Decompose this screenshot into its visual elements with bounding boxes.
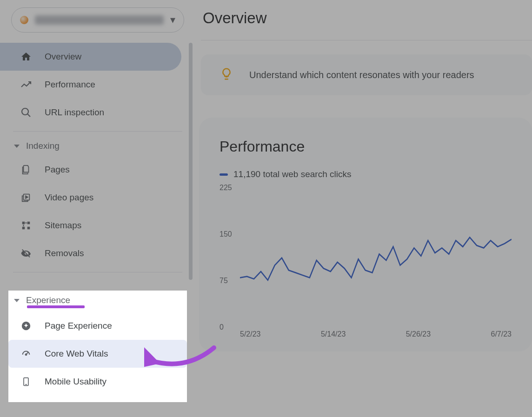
x-tick-label: 5/26/23	[406, 330, 431, 338]
nav-label: Performance	[45, 79, 95, 90]
search-icon	[20, 107, 32, 118]
pages-icon	[20, 164, 32, 175]
nav-label: URL inspection	[45, 107, 104, 118]
nav-label: Mobile Usability	[45, 377, 106, 387]
sitemaps-icon	[20, 220, 32, 231]
sparkle-icon	[20, 320, 32, 331]
nav-label: Core Web Vitals	[45, 349, 108, 359]
property-selector[interactable]: ▾	[11, 7, 184, 33]
svg-rect-7	[27, 227, 30, 230]
nav-overview[interactable]: Overview	[0, 43, 181, 71]
performance-chart[interactable]: 075150225	[219, 188, 512, 327]
nav-label: Sitemaps	[45, 220, 81, 231]
performance-card: Performance 11,190 total web search clic…	[199, 118, 532, 351]
section-experience[interactable]: Experience	[8, 291, 187, 310]
nav-label: Pages	[45, 165, 70, 175]
svg-rect-9	[23, 225, 24, 226]
y-tick-label: 225	[219, 184, 232, 192]
nav-pages[interactable]: Pages	[0, 156, 181, 184]
y-tick-label: 0	[219, 323, 224, 331]
nav-url-inspection[interactable]: URL inspection	[0, 99, 181, 126]
insight-card[interactable]: Understand which content resonates with …	[201, 54, 532, 95]
chevron-down-icon: ▾	[170, 14, 175, 26]
legend-text: 11,190 total web search clicks	[233, 169, 351, 179]
chevron-down-icon	[14, 145, 20, 148]
speedometer-icon	[20, 348, 32, 359]
smartphone-icon	[20, 376, 32, 387]
annotation-underline	[27, 305, 85, 308]
nav-removals[interactable]: Removals	[0, 239, 181, 267]
insight-text: Understand which content resonates with …	[249, 70, 474, 80]
nav-page-experience[interactable]: Page Experience	[8, 312, 187, 340]
svg-point-11	[26, 354, 27, 355]
divider	[13, 131, 182, 132]
divider	[13, 272, 182, 272]
x-tick-label: 5/2/23	[240, 330, 260, 338]
nav-sitemaps[interactable]: Sitemaps	[0, 212, 181, 239]
nav-label: Overview	[45, 52, 81, 62]
y-tick-label: 75	[219, 277, 228, 285]
nav-video-pages[interactable]: Video pages	[0, 184, 181, 212]
nav-label: Page Experience	[45, 321, 112, 331]
y-tick-label: 150	[219, 230, 232, 238]
svg-line-1	[27, 114, 30, 117]
trending-icon	[20, 79, 32, 90]
property-favicon	[20, 16, 28, 24]
property-url-redacted	[35, 15, 164, 25]
chart-plot	[240, 188, 512, 327]
home-icon	[20, 51, 32, 62]
section-label: Experience	[26, 295, 70, 305]
sidebar-scrollbar[interactable]	[189, 43, 193, 280]
nav-label: Removals	[45, 248, 84, 258]
section-label: Indexing	[26, 141, 60, 151]
svg-point-0	[22, 108, 28, 115]
nav-performance[interactable]: Performance	[0, 71, 181, 99]
visibility-off-icon	[20, 248, 32, 259]
legend-swatch	[219, 173, 228, 176]
svg-rect-6	[22, 227, 25, 230]
main-content: Overview Understand which content resona…	[195, 0, 532, 417]
svg-rect-8	[25, 223, 27, 224]
chart-legend: 11,190 total web search clicks	[219, 169, 512, 179]
lightbulb-icon	[219, 67, 233, 83]
svg-rect-5	[27, 222, 30, 225]
section-indexing[interactable]: Indexing	[0, 136, 195, 156]
annotation-arrow	[144, 343, 219, 380]
chart-x-axis: 5/2/235/14/235/26/236/7/23	[219, 330, 512, 338]
svg-rect-4	[22, 222, 25, 225]
nav-label: Video pages	[45, 192, 93, 203]
divider	[201, 40, 532, 40]
svg-marker-3	[26, 196, 28, 199]
x-tick-label: 6/7/23	[491, 330, 511, 338]
video-pages-icon	[20, 192, 32, 203]
chevron-down-icon	[14, 299, 20, 302]
performance-title: Performance	[219, 138, 512, 155]
x-tick-label: 5/14/23	[321, 330, 346, 338]
page-title: Overview	[203, 9, 532, 27]
